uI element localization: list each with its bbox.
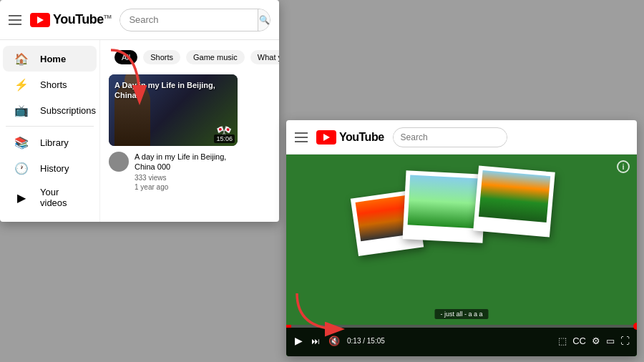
polaroid-2 — [403, 170, 487, 243]
library-icon: 📚 — [14, 135, 29, 150]
video-card[interactable]: A Day in my Life in Beijing, China 🎌 15:… — [109, 74, 238, 191]
header-bar: YouTubeTM — [0, 0, 279, 40]
polaroid-cactus — [408, 175, 482, 228]
video-time-ago: 1 year ago — [135, 183, 238, 191]
search-input[interactable] — [120, 14, 258, 25]
theater-icon[interactable]: ▭ — [606, 336, 615, 346]
miniplayer-icon[interactable]: ⬚ — [558, 336, 567, 346]
youtube-logo[interactable]: YouTubeTM — [30, 12, 111, 27]
polaroid-mountain — [479, 170, 550, 222]
thumb-title: A Day in my Life in Beijing, China — [114, 80, 232, 101]
nav-tab-what[interactable]: What you ... — [250, 50, 279, 64]
settings-icon[interactable]: ⚙ — [592, 336, 600, 346]
youtube-logo-text: YouTubeTM — [53, 12, 111, 27]
window-youtube-player: YouTube Just all... i - just all - a a a — [286, 120, 637, 356]
next-icon — [311, 335, 320, 346]
home-icon: 🏠 — [14, 52, 29, 66]
video-views: 333 views — [135, 174, 238, 182]
nav-tabs: All Shorts Game music What you ... Bea..… — [109, 49, 270, 66]
fullscreen-icon[interactable]: ⛶ — [620, 336, 630, 346]
sidebar-label-your-videos: Your videos — [40, 187, 85, 208]
content-area: All Shorts Game music What you ... Bea..… — [100, 40, 279, 222]
thumb-duration: 15:06 — [214, 134, 235, 143]
your-videos-icon: ▶ — [14, 190, 29, 205]
player-youtube-logo[interactable]: YouTube — [316, 130, 384, 145]
total-time: 15:05 — [367, 337, 385, 345]
sidebar: 🏠 Home ⚡ Shorts 📺 Subscriptions 📚 Librar… — [0, 40, 100, 222]
video-caption: - just all - a a a — [434, 309, 488, 319]
youtube-logo-icon — [30, 13, 50, 27]
player-youtube-logo-icon — [316, 130, 336, 145]
player-youtube-logo-text: YouTube — [339, 131, 384, 144]
player-header-bar: YouTube — [286, 120, 637, 155]
nav-tab-shorts[interactable]: Shorts — [143, 50, 180, 64]
video-meta: A day in my Life in Beijing, China 000 3… — [109, 152, 238, 191]
sidebar-item-subscriptions[interactable]: 📺 Subscriptions — [3, 97, 97, 123]
sidebar-item-home[interactable]: 🏠 Home — [3, 46, 97, 72]
search-bar — [119, 9, 270, 31]
nav-tab-game[interactable]: Game music — [186, 50, 245, 64]
mute-icon — [328, 335, 340, 346]
video-thumbnail[interactable]: A Day in my Life in Beijing, China 🎌 15:… — [109, 74, 238, 146]
main-content: 🏠 Home ⚡ Shorts 📺 Subscriptions 📚 Librar… — [0, 40, 279, 222]
next-button[interactable] — [310, 333, 321, 348]
player-search-input[interactable] — [394, 132, 507, 142]
sidebar-item-shorts[interactable]: ⚡ Shorts — [3, 72, 97, 97]
video-info: A day in my Life in Beijing, China 000 3… — [135, 152, 238, 191]
youtube-tm: TM — [104, 14, 112, 20]
video-title: A day in my Life in Beijing, China 000 — [135, 152, 238, 172]
play-icon — [295, 335, 303, 346]
sidebar-item-library[interactable]: 📚 Library — [3, 129, 97, 155]
history-icon: 🕐 — [14, 161, 29, 175]
sidebar-item-watch-later[interactable]: ⏰ Watch later — [3, 214, 97, 222]
sidebar-label-library: Library — [40, 137, 69, 148]
player-search-bar — [393, 127, 507, 147]
progress-dot — [633, 323, 637, 330]
hamburger-menu[interactable] — [9, 15, 21, 25]
progress-bar-fill — [286, 325, 291, 328]
sidebar-item-your-videos[interactable]: ▶ Your videos — [3, 181, 97, 214]
nav-tab-all[interactable]: All — [114, 50, 137, 64]
sidebar-label-shorts: Shorts — [40, 79, 67, 90]
mute-button[interactable] — [327, 333, 341, 348]
channel-avatar — [109, 152, 129, 172]
sidebar-label-history: History — [40, 163, 69, 174]
window-youtube-home: YouTubeTM 🏠 Home ⚡ Shorts 📺 Subscription… — [0, 0, 279, 222]
search-button[interactable] — [258, 9, 270, 31]
captions-icon[interactable]: CC — [572, 336, 586, 346]
sidebar-item-history[interactable]: 🕐 History — [3, 155, 97, 181]
play-button[interactable] — [293, 333, 304, 348]
time-display: 0:13 / 15:05 — [347, 337, 385, 345]
controls-bar: 0:13 / 15:05 ⬚ CC ⚙ ▭ ⛶ — [286, 325, 637, 356]
shorts-icon: ⚡ — [14, 77, 29, 92]
video-player[interactable]: Just all... i - just all - a a a — [286, 155, 637, 356]
sidebar-label-home: Home — [40, 54, 66, 64]
current-time: 0:13 — [347, 337, 361, 345]
polaroid-3 — [473, 166, 555, 238]
player-hamburger-menu[interactable] — [295, 132, 308, 142]
sidebar-label-subscriptions: Subscriptions — [40, 105, 96, 116]
subscriptions-icon: 📺 — [14, 103, 29, 117]
sidebar-label-watch-later: Watch later — [40, 220, 85, 222]
progress-bar-container[interactable] — [286, 325, 637, 328]
